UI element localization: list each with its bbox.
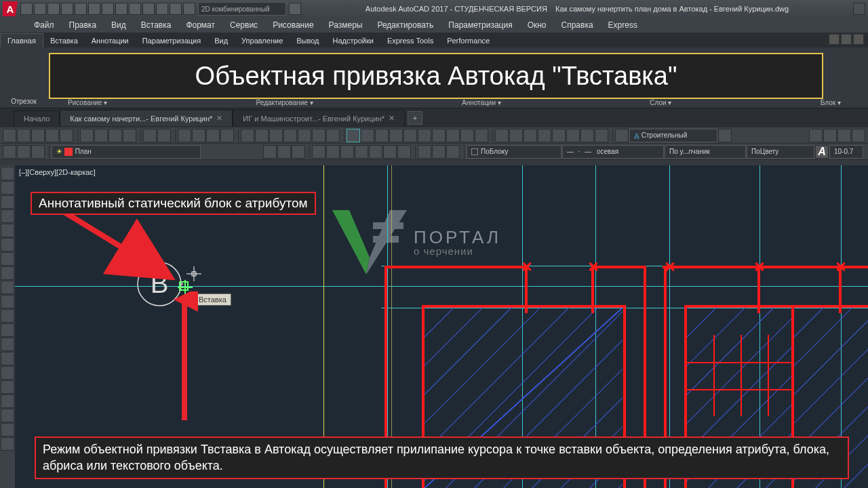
- tb-hatch4-icon[interactable]: [355, 145, 368, 159]
- tb-sheet-icon[interactable]: [283, 129, 297, 142]
- tb-pan-icon[interactable]: [178, 129, 191, 142]
- tb-zoomext-icon[interactable]: [220, 129, 234, 142]
- menu-insert[interactable]: Вставка: [134, 19, 178, 31]
- tb-dimedit-icon[interactable]: [580, 129, 594, 142]
- tb-undo-icon[interactable]: [143, 129, 157, 142]
- qat-redo-icon[interactable]: [102, 3, 114, 15]
- tb-cut-icon[interactable]: [80, 129, 94, 142]
- menu-draw[interactable]: Рисование: [266, 19, 320, 31]
- tool-circle-icon[interactable]: [1, 252, 14, 266]
- tb-zoom-icon[interactable]: [192, 129, 205, 142]
- tb-zoomwin-icon[interactable]: [206, 129, 220, 142]
- menu-help[interactable]: Справка: [555, 19, 600, 31]
- search-icon[interactable]: [853, 3, 865, 15]
- tb-new-icon[interactable]: [3, 129, 16, 142]
- tb-hatch6-icon[interactable]: [383, 145, 397, 159]
- menu-modify[interactable]: Редактировать: [370, 19, 440, 31]
- tb-props-icon[interactable]: [241, 129, 254, 142]
- tb-hatch1-icon[interactable]: [312, 145, 326, 159]
- tool-arc-icon[interactable]: [1, 238, 14, 251]
- menu-view[interactable]: Вид: [104, 19, 133, 31]
- tool-ellipsearc-icon[interactable]: [1, 309, 14, 323]
- tb-hatch3-icon[interactable]: [340, 145, 354, 159]
- tb-dc-icon[interactable]: [255, 129, 269, 142]
- ribbon-tab-annotate[interactable]: Аннотации: [85, 34, 136, 47]
- qat-btn-icon[interactable]: [142, 3, 155, 15]
- qat-save-icon[interactable]: [47, 3, 60, 15]
- tool-xline-icon[interactable]: [1, 181, 14, 195]
- ribbon-tab-express[interactable]: Express Tools: [380, 34, 440, 47]
- tb-textstyle-icon[interactable]: A: [815, 145, 829, 159]
- layer-combo[interactable]: ☀ План: [52, 145, 201, 159]
- ribbon-tab-home[interactable]: Главная: [0, 33, 43, 47]
- ribbon-tab-insert[interactable]: Вставка: [43, 34, 85, 47]
- tool-hatch-icon[interactable]: [1, 366, 14, 380]
- tb-open-icon[interactable]: [17, 129, 31, 142]
- tb-blocksync-icon[interactable]: [432, 145, 446, 159]
- qat-plot-icon[interactable]: [75, 3, 87, 15]
- tb-dim-linear-icon[interactable]: [347, 129, 360, 142]
- ribbon-tab-output[interactable]: Вывод: [290, 34, 326, 47]
- tool-insert-icon[interactable]: [1, 323, 14, 337]
- tb-editattr-icon[interactable]: [418, 145, 431, 159]
- tool-addsel-icon[interactable]: [1, 437, 14, 451]
- ribbon-tab-manage[interactable]: Управление: [235, 34, 290, 47]
- tool-mtext-icon[interactable]: [1, 423, 14, 436]
- menu-express[interactable]: Express: [601, 19, 644, 31]
- tool-block-icon[interactable]: [1, 338, 14, 351]
- tool-gradient-icon[interactable]: [1, 380, 14, 394]
- menu-file[interactable]: Файл: [27, 19, 61, 31]
- tb-layerprev-icon[interactable]: [277, 145, 291, 159]
- tb-layeriso-icon[interactable]: [3, 145, 16, 159]
- tb-dimtedit-icon[interactable]: [595, 129, 608, 142]
- workspace-combo[interactable]: 2D комбинированный: [198, 2, 286, 16]
- tb-dim-angular-icon[interactable]: [375, 129, 389, 142]
- tb-markup-icon[interactable]: [298, 129, 311, 142]
- tb-jogline-icon[interactable]: [566, 129, 580, 142]
- tb-hatch2-icon[interactable]: [326, 145, 340, 159]
- tb-dim-arc-icon[interactable]: [389, 129, 403, 142]
- tb-layerstate-icon[interactable]: [263, 145, 277, 159]
- tb-matchprop-icon[interactable]: [123, 129, 136, 142]
- qat-saveas-icon[interactable]: [61, 3, 73, 15]
- file-tab-active[interactable]: Как самому начерти...- Евгений Курицин* …: [60, 110, 233, 126]
- lineweight-combo[interactable]: По у...лчаник: [665, 145, 746, 159]
- tb-extra-icon[interactable]: [823, 129, 837, 142]
- tb-centermark-icon[interactable]: [538, 129, 551, 142]
- ribbon-tab-view[interactable]: Вид: [208, 34, 235, 47]
- qat-open-icon[interactable]: [34, 3, 46, 15]
- textheight-combo[interactable]: 10-0.7: [829, 145, 863, 159]
- tb-tolerance-icon[interactable]: [524, 129, 537, 142]
- menu-window[interactable]: Окно: [521, 19, 553, 31]
- tool-region-icon[interactable]: [1, 394, 14, 408]
- tb-dimstyle-icon[interactable]: [615, 129, 629, 142]
- menu-dimension[interactable]: Размеры: [322, 19, 370, 31]
- tb-tp-icon[interactable]: [269, 129, 283, 142]
- tb-extra-icon[interactable]: [837, 129, 851, 142]
- tool-table-icon[interactable]: [1, 409, 14, 422]
- tb-paste-icon[interactable]: [108, 129, 122, 142]
- ribbon-close-icon[interactable]: [853, 34, 864, 45]
- qat-print-icon[interactable]: [115, 3, 127, 15]
- tb-hatch7-icon[interactable]: [397, 145, 411, 159]
- tb-dim-jogged-icon[interactable]: [432, 129, 446, 142]
- file-tab-add[interactable]: +: [408, 111, 422, 125]
- tool-spline-icon[interactable]: [1, 281, 14, 294]
- tb-dim-ordinate-icon[interactable]: [446, 129, 460, 142]
- linetype-combo[interactable]: — · — осевая: [562, 145, 664, 159]
- qat-new-icon[interactable]: [20, 3, 33, 15]
- qat-dropdown-icon[interactable]: [289, 3, 301, 15]
- tb-extra-icon[interactable]: [809, 129, 823, 142]
- tb-redo-icon[interactable]: [157, 129, 171, 142]
- tb-hatch5-icon[interactable]: [369, 145, 382, 159]
- tool-line-icon[interactable]: [1, 167, 14, 180]
- tool-ellipse-icon[interactable]: [1, 295, 14, 308]
- tb-layerfrz-icon[interactable]: [31, 145, 45, 159]
- tb-print-icon[interactable]: [45, 129, 59, 142]
- plotstyle-combo[interactable]: ПоЦвету: [747, 145, 814, 159]
- tool-pline-icon[interactable]: [1, 195, 14, 209]
- qat-undo-icon[interactable]: [88, 3, 100, 15]
- tb-tblstyle-icon[interactable]: [326, 129, 340, 142]
- ribbon-min-icon[interactable]: [829, 34, 840, 45]
- tb-blockedit-icon[interactable]: [446, 145, 460, 159]
